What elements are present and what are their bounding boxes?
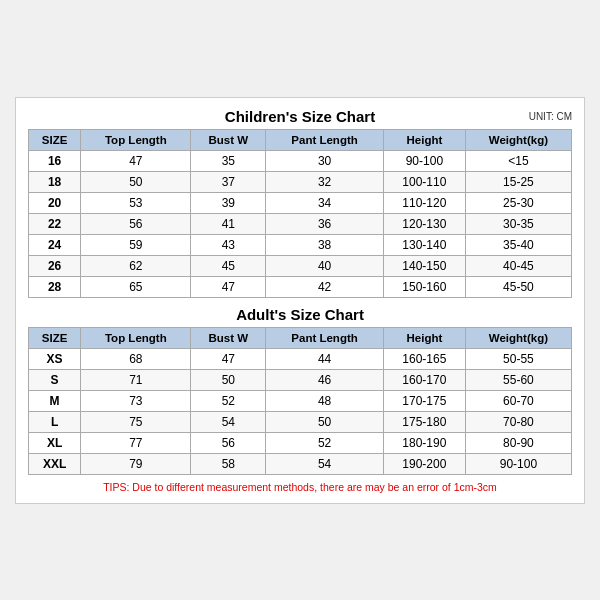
table-row: 26624540140-15040-45 [29, 255, 572, 276]
table-cell: 59 [81, 234, 191, 255]
table-cell: 40 [266, 255, 384, 276]
table-cell: <15 [465, 150, 571, 171]
table-cell: 56 [81, 213, 191, 234]
adult-col-pant-length: Pant Length [266, 327, 384, 348]
table-cell: 90-100 [383, 150, 465, 171]
table-cell: 35-40 [465, 234, 571, 255]
children-title-row: Children's Size Chart UNIT: CM [28, 108, 572, 125]
table-cell: 40-45 [465, 255, 571, 276]
table-cell: 52 [266, 432, 384, 453]
table-cell: 120-130 [383, 213, 465, 234]
table-cell: 90-100 [465, 453, 571, 474]
table-cell: XL [29, 432, 81, 453]
table-cell: 44 [266, 348, 384, 369]
table-cell: 50 [191, 369, 266, 390]
table-row: 1647353090-100<15 [29, 150, 572, 171]
adult-col-bust-w: Bust W [191, 327, 266, 348]
col-bust-w: Bust W [191, 129, 266, 150]
table-cell: 80-90 [465, 432, 571, 453]
adult-col-top-length: Top Length [81, 327, 191, 348]
table-row: S715046160-17055-60 [29, 369, 572, 390]
table-cell: 54 [266, 453, 384, 474]
table-cell: 79 [81, 453, 191, 474]
table-cell: 47 [191, 348, 266, 369]
table-cell: 180-190 [383, 432, 465, 453]
adult-body: XS684744160-16550-55S715046160-17055-60M… [29, 348, 572, 474]
table-cell: 52 [191, 390, 266, 411]
table-row: 28654742150-16045-50 [29, 276, 572, 297]
table-cell: 68 [81, 348, 191, 369]
col-weight: Weight(kg) [465, 129, 571, 150]
table-cell: 22 [29, 213, 81, 234]
table-cell: 140-150 [383, 255, 465, 276]
table-cell: 100-110 [383, 171, 465, 192]
table-row: XXL795854190-20090-100 [29, 453, 572, 474]
table-cell: 20 [29, 192, 81, 213]
table-cell: 70-80 [465, 411, 571, 432]
adult-col-size: SIZE [29, 327, 81, 348]
table-row: 18503732100-11015-25 [29, 171, 572, 192]
table-cell: 75 [81, 411, 191, 432]
table-cell: 53 [81, 192, 191, 213]
col-height: Height [383, 129, 465, 150]
size-chart: Children's Size Chart UNIT: CM SIZE Top … [15, 97, 585, 504]
table-cell: 160-165 [383, 348, 465, 369]
table-cell: 28 [29, 276, 81, 297]
table-cell: 160-170 [383, 369, 465, 390]
col-top-length: Top Length [81, 129, 191, 150]
table-cell: 34 [266, 192, 384, 213]
table-cell: 45 [191, 255, 266, 276]
table-cell: 47 [81, 150, 191, 171]
children-title: Children's Size Chart [225, 108, 375, 125]
table-row: M735248170-17560-70 [29, 390, 572, 411]
table-cell: 36 [266, 213, 384, 234]
adult-col-weight: Weight(kg) [465, 327, 571, 348]
table-cell: 30-35 [465, 213, 571, 234]
table-cell: 50-55 [465, 348, 571, 369]
table-cell: 130-140 [383, 234, 465, 255]
table-cell: 47 [191, 276, 266, 297]
table-cell: 42 [266, 276, 384, 297]
table-row: 24594338130-14035-40 [29, 234, 572, 255]
table-cell: 16 [29, 150, 81, 171]
table-cell: 62 [81, 255, 191, 276]
table-cell: 110-120 [383, 192, 465, 213]
table-cell: 35 [191, 150, 266, 171]
table-cell: XXL [29, 453, 81, 474]
table-cell: 60-70 [465, 390, 571, 411]
table-cell: 56 [191, 432, 266, 453]
table-cell: 58 [191, 453, 266, 474]
children-body: 1647353090-100<1518503732100-11015-25205… [29, 150, 572, 297]
table-cell: 65 [81, 276, 191, 297]
table-cell: 32 [266, 171, 384, 192]
table-cell: 77 [81, 432, 191, 453]
adult-title-row: Adult's Size Chart [28, 306, 572, 323]
table-cell: 37 [191, 171, 266, 192]
table-cell: 38 [266, 234, 384, 255]
table-row: 22564136120-13030-35 [29, 213, 572, 234]
table-cell: M [29, 390, 81, 411]
table-cell: 48 [266, 390, 384, 411]
children-table: SIZE Top Length Bust W Pant Length Heigh… [28, 129, 572, 298]
table-cell: 43 [191, 234, 266, 255]
table-cell: 71 [81, 369, 191, 390]
col-pant-length: Pant Length [266, 129, 384, 150]
table-cell: 46 [266, 369, 384, 390]
table-cell: 73 [81, 390, 191, 411]
adult-col-height: Height [383, 327, 465, 348]
table-cell: 25-30 [465, 192, 571, 213]
table-cell: 41 [191, 213, 266, 234]
col-size: SIZE [29, 129, 81, 150]
table-cell: 50 [81, 171, 191, 192]
table-cell: S [29, 369, 81, 390]
table-cell: 175-180 [383, 411, 465, 432]
table-cell: 150-160 [383, 276, 465, 297]
table-cell: 24 [29, 234, 81, 255]
children-header-row: SIZE Top Length Bust W Pant Length Heigh… [29, 129, 572, 150]
table-cell: 26 [29, 255, 81, 276]
table-cell: L [29, 411, 81, 432]
table-cell: 55-60 [465, 369, 571, 390]
table-row: XL775652180-19080-90 [29, 432, 572, 453]
table-row: L755450175-18070-80 [29, 411, 572, 432]
table-cell: 54 [191, 411, 266, 432]
